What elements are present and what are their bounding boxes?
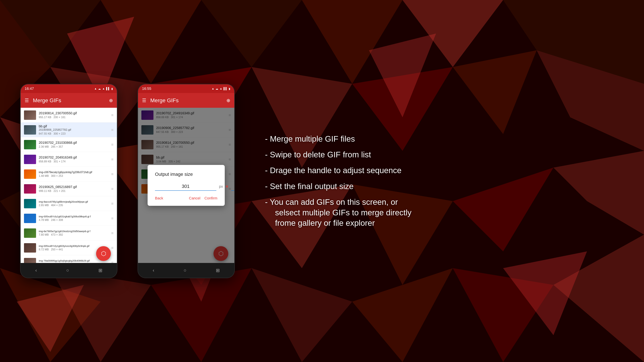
feature-4: - Set the final output size	[265, 181, 614, 192]
drag-handle-icon[interactable]: ≡	[111, 201, 114, 206]
width-input[interactable]	[155, 182, 216, 191]
dialog-inputs: px × px	[155, 182, 217, 191]
gif-meta: 999.11 KB 221 × 201	[39, 190, 108, 193]
gif-info: img-8accc876ly1g6lkmnjeafg20cw06jnpe.gif…	[39, 200, 108, 207]
phone1-nav-bar: ‹ ○ ⊞	[21, 263, 117, 278]
home-nav-button[interactable]: ○	[66, 268, 69, 273]
drag-handle-icon[interactable]: ≡	[111, 113, 114, 117]
feature-1: - Merge multiple GIF files	[265, 134, 614, 144]
gif-info: 20190625_085216897.gif 999.11 KB 221 × 2…	[39, 185, 108, 193]
drag-handle-icon[interactable]: ≡	[111, 187, 114, 191]
gif-info: bb.gif 20190906_225857782.gif 847.55 KB …	[39, 124, 108, 135]
gif-name: 20190702_204916349.gif	[39, 156, 108, 159]
drag-handle-icon[interactable]: ≡	[111, 128, 114, 132]
gif-name: img-005xuBYcly1g631rgkab7g306u08kqv8.gi …	[39, 215, 108, 218]
phone2-app-bar: ☰ Merge GIFs ⊕	[138, 93, 234, 108]
gif-thumbnail	[24, 110, 36, 120]
phone1-menu-icon[interactable]: ☰	[25, 98, 29, 103]
output-size-dialog: Output image size px × px Back Cancel Co…	[148, 165, 225, 206]
back-nav-button[interactable]: ‹	[35, 268, 37, 273]
gif-thumbnail	[24, 169, 36, 179]
merge-fab-icon: ⬡	[101, 250, 106, 257]
gif-thumbnail	[24, 228, 36, 238]
gif-name: img-79a00895gy1g5sj0gtzgkg20b4086b29.gif	[39, 259, 108, 262]
drag-handle-icon[interactable]: ≡	[111, 246, 114, 250]
phone1-status-icons: ▲ ☁ ▲ ▌▌ ▮	[94, 87, 113, 90]
list-item[interactable]: img-8accc876ly1g6lkmnjeafg20cw06jnpe.gif…	[21, 196, 117, 211]
drag-handle-icon[interactable]: ≡	[111, 260, 114, 263]
gif-meta: 4.78 MB 246 × 308	[39, 219, 108, 222]
home-nav-button[interactable]: ○	[184, 268, 186, 273]
signal-icon: ▌▌	[106, 87, 110, 90]
list-item[interactable]: 20190702_231030868.gif 2.36 MB 285 × 357…	[21, 137, 117, 152]
dialog-confirm-button[interactable]: Confirm	[204, 196, 217, 200]
gif-thumbnail	[24, 140, 36, 149]
drag-handle-icon[interactable]: ≡	[111, 172, 114, 176]
phone1-app-title: Merge GIFs	[33, 97, 105, 104]
features-panel: - Merge multiple GIF files - Swipe to de…	[255, 127, 624, 235]
phone2-gif-list: 20190702_204916349.gif 858.69 KB 301 × 1…	[138, 108, 234, 263]
gif-thumbnail	[24, 155, 36, 164]
gif-name: 20190625_085216897.gif	[39, 185, 108, 189]
drag-handle-icon[interactable]: ≡	[111, 142, 114, 147]
width-px-label: px	[219, 184, 223, 189]
phone1-mockup: 16:47 ▲ ☁ ▲ ▌▌ ▮ ☰ Merge GIFs ⊕ 20190814…	[20, 84, 118, 278]
gif-meta: 1.48 MB 300 × 253	[39, 174, 108, 177]
gif-info: img-79a00895gy1g5sj0gtzgkg20b4086b29.gif…	[39, 259, 108, 263]
recents-nav-button[interactable]: ⊞	[216, 268, 220, 273]
drag-handle-icon[interactable]: ≡	[111, 157, 114, 162]
gif-name-alt: 20190906_225857782.gif	[39, 128, 108, 132]
wifi-icon: ▲	[220, 87, 222, 90]
recents-nav-button[interactable]: ⊞	[98, 268, 102, 273]
list-item[interactable]: bb.gif 20190906_225857782.gif 847.55 KB …	[21, 122, 117, 137]
list-item[interactable]: img-c0679ecaly1g6pyotnbg7g208c071hdt.gif…	[21, 167, 117, 182]
cloud-icon: ☁	[98, 87, 101, 90]
phone1-status-bar: 16:47 ▲ ☁ ▲ ▌▌ ▮	[21, 84, 117, 93]
gif-name: img-8accc876ly1g6lkmnjeafg20cw06jnpe.gif	[39, 200, 108, 203]
list-item[interactable]: 20190702_204916349.gif 858.89 KB 301 × 1…	[21, 152, 117, 167]
gif-name: img-6e7905a7gy1g619oslzrrg20d50awqvb.gi …	[39, 230, 108, 233]
cloud-icon: ☁	[216, 87, 218, 90]
dialog-actions: Back Cancel Confirm	[155, 196, 217, 200]
gif-info: 20190814_230700550.gif 955.17 KB 200 × 1…	[39, 111, 108, 119]
gif-meta: 847.55 KB 300 × 223	[39, 132, 108, 135]
signal-icon: ▌▌	[224, 87, 228, 90]
phone2-status-bar: 16:55 ▲ ☁ ▲ ▌▌ ▮	[138, 84, 234, 93]
gif-info: img-6e7905a7gy1g619oslzrrg20d50awqvb.gi …	[39, 230, 108, 236]
list-item[interactable]: img-6e7905a7gy1g619oslzrrg20d50awqvb.gi …	[21, 226, 117, 241]
notification-icon: ▲	[94, 87, 97, 90]
list-item[interactable]: 20190814_230700550.gif 955.17 KB 200 × 1…	[21, 108, 117, 122]
gif-info: 20190702_231030868.gif 2.36 MB 285 × 357	[39, 141, 108, 148]
gif-thumbnail	[24, 258, 36, 263]
gif-thumbnail	[24, 125, 36, 135]
gif-name: img-005xuBYcly1g603yivxo3g306y0c9npk.gif	[39, 245, 108, 247]
x-separator: ×	[226, 184, 228, 189]
feature-5: - You can add GIFs on this screen, or se…	[265, 197, 614, 228]
drag-handle-icon[interactable]: ≡	[111, 231, 114, 236]
phone1-add-icon[interactable]: ⊕	[109, 98, 113, 103]
phone2-menu-icon[interactable]: ☰	[142, 98, 146, 103]
gif-thumbnail	[24, 214, 36, 223]
dialog-cancel-button[interactable]: Cancel	[189, 196, 200, 200]
phone1-fab[interactable]: ⬡	[96, 246, 111, 261]
gif-name: 20190702_231030868.gif	[39, 141, 108, 145]
phone2-mockup: 16:55 ▲ ☁ ▲ ▌▌ ▮ ☰ Merge GIFs ⊕ 20190702…	[138, 84, 235, 278]
battery-icon: ▮	[111, 87, 113, 90]
gif-thumbnail	[24, 184, 36, 194]
gif-name: 20190814_230700550.gif	[39, 111, 108, 115]
list-item[interactable]: 20190625_085216897.gif 999.11 KB 221 × 2…	[21, 182, 117, 196]
gif-info: img-c0679ecaly1g6pyotnbg7g208c071hdt.gif…	[39, 171, 108, 177]
dialog-back-button[interactable]: Back	[155, 196, 163, 200]
gif-meta: 2.65 MB 464 × 235	[39, 204, 108, 207]
feature-5-line1: - You can add GIFs on this screen, or	[265, 198, 398, 206]
phone2-add-icon[interactable]: ⊕	[226, 98, 230, 103]
gif-name: img-c0679ecaly1g6pyotnbg7g208c071hdt.gif	[39, 171, 108, 174]
gif-meta: 7.80 MB 473 × 392	[39, 233, 108, 236]
list-item[interactable]: img-005xuBYcly1g631rgkab7g306u08kqv8.gi …	[21, 211, 117, 226]
feature-2: - Swipe to delete GIF from list	[265, 149, 614, 160]
phone2-app-title: Merge GIFs	[150, 97, 222, 104]
back-nav-button[interactable]: ‹	[152, 268, 154, 273]
height-input[interactable]	[231, 182, 234, 191]
gif-info: 20190702_204916349.gif 858.89 KB 301 × 1…	[39, 156, 108, 163]
drag-handle-icon[interactable]: ≡	[111, 216, 114, 221]
